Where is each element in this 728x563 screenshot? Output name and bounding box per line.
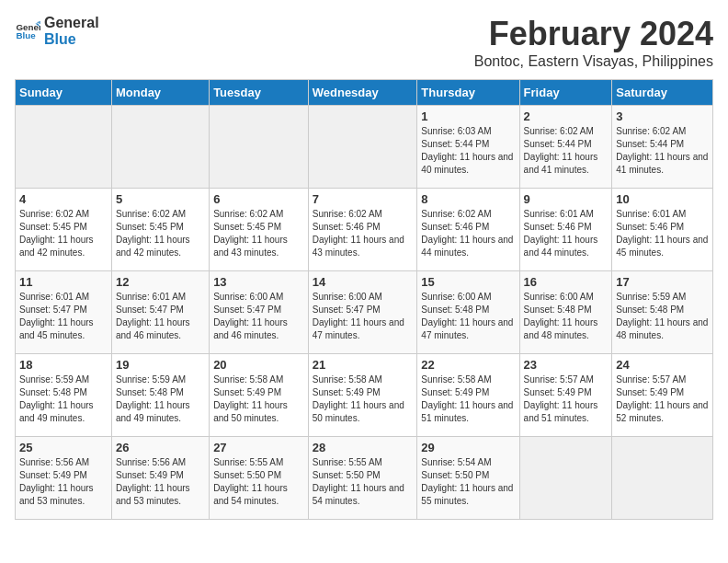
calendar-body: 1Sunrise: 6:03 AM Sunset: 5:44 PM Daylig… xyxy=(16,106,713,520)
calendar-cell: 12Sunrise: 6:01 AM Sunset: 5:47 PM Dayli… xyxy=(111,271,209,354)
day-number: 28 xyxy=(313,441,414,454)
day-number: 3 xyxy=(616,109,709,123)
calendar-cell: 4Sunrise: 6:02 AM Sunset: 5:45 PM Daylig… xyxy=(16,189,112,271)
day-info: Sunrise: 6:00 AM Sunset: 5:48 PM Dayligh… xyxy=(524,291,609,342)
header-sunday: Sunday xyxy=(16,80,112,106)
day-info: Sunrise: 6:02 AM Sunset: 5:45 PM Dayligh… xyxy=(116,208,205,259)
calendar-cell: 3Sunrise: 6:02 AM Sunset: 5:44 PM Daylig… xyxy=(612,106,713,189)
day-info: Sunrise: 6:03 AM Sunset: 5:44 PM Dayligh… xyxy=(421,125,515,177)
day-number: 11 xyxy=(19,275,108,289)
calendar-cell: 16Sunrise: 6:00 AM Sunset: 5:48 PM Dayli… xyxy=(519,271,612,354)
day-number: 7 xyxy=(313,192,414,206)
calendar-cell xyxy=(16,106,112,189)
day-info: Sunrise: 5:54 AM Sunset: 5:50 PM Dayligh… xyxy=(421,456,515,508)
day-info: Sunrise: 5:58 AM Sunset: 5:49 PM Dayligh… xyxy=(313,373,414,425)
calendar-header: Sunday Monday Tuesday Wednesday Thursday… xyxy=(16,80,713,106)
day-info: Sunrise: 6:01 AM Sunset: 5:47 PM Dayligh… xyxy=(116,291,205,342)
day-number: 2 xyxy=(524,109,609,123)
day-info: Sunrise: 6:02 AM Sunset: 5:45 PM Dayligh… xyxy=(19,208,108,259)
day-number: 16 xyxy=(524,275,609,289)
day-info: Sunrise: 6:01 AM Sunset: 5:46 PM Dayligh… xyxy=(616,208,709,259)
day-info: Sunrise: 6:01 AM Sunset: 5:47 PM Dayligh… xyxy=(19,291,108,342)
logo-blue: Blue xyxy=(44,31,99,48)
day-number: 12 xyxy=(116,275,205,289)
day-info: Sunrise: 6:02 AM Sunset: 5:46 PM Dayligh… xyxy=(421,208,515,259)
day-info: Sunrise: 6:00 AM Sunset: 5:47 PM Dayligh… xyxy=(313,291,414,342)
day-info: Sunrise: 6:00 AM Sunset: 5:47 PM Dayligh… xyxy=(213,291,304,342)
day-number: 14 xyxy=(313,275,414,289)
header-friday: Friday xyxy=(519,80,612,106)
day-number: 13 xyxy=(213,275,304,289)
day-number: 18 xyxy=(19,358,108,372)
calendar-cell: 21Sunrise: 5:58 AM Sunset: 5:49 PM Dayli… xyxy=(308,354,417,437)
calendar-cell: 20Sunrise: 5:58 AM Sunset: 5:49 PM Dayli… xyxy=(210,354,309,437)
day-info: Sunrise: 5:58 AM Sunset: 5:49 PM Dayligh… xyxy=(213,373,304,425)
calendar-cell: 27Sunrise: 5:55 AM Sunset: 5:50 PM Dayli… xyxy=(210,437,309,520)
calendar-cell: 24Sunrise: 5:57 AM Sunset: 5:49 PM Dayli… xyxy=(612,354,713,437)
calendar-cell: 18Sunrise: 5:59 AM Sunset: 5:48 PM Dayli… xyxy=(16,354,112,437)
header-thursday: Thursday xyxy=(417,80,519,106)
calendar-cell: 8Sunrise: 6:02 AM Sunset: 5:46 PM Daylig… xyxy=(417,189,519,271)
calendar-cell xyxy=(308,106,417,189)
day-number: 22 xyxy=(421,358,515,372)
calendar-cell xyxy=(519,437,612,520)
day-number: 26 xyxy=(116,441,205,454)
day-info: Sunrise: 6:00 AM Sunset: 5:48 PM Dayligh… xyxy=(421,291,515,342)
header-row: Sunday Monday Tuesday Wednesday Thursday… xyxy=(16,80,713,106)
day-info: Sunrise: 6:01 AM Sunset: 5:46 PM Dayligh… xyxy=(524,208,609,259)
calendar-cell: 13Sunrise: 6:00 AM Sunset: 5:47 PM Dayli… xyxy=(210,271,309,354)
day-info: Sunrise: 5:55 AM Sunset: 5:50 PM Dayligh… xyxy=(213,456,304,508)
calendar-cell: 5Sunrise: 6:02 AM Sunset: 5:45 PM Daylig… xyxy=(111,189,209,271)
day-number: 9 xyxy=(524,192,609,206)
day-number: 20 xyxy=(213,358,304,372)
calendar-cell: 23Sunrise: 5:57 AM Sunset: 5:49 PM Dayli… xyxy=(519,354,612,437)
calendar-cell: 9Sunrise: 6:01 AM Sunset: 5:46 PM Daylig… xyxy=(519,189,612,271)
day-number: 27 xyxy=(213,441,304,454)
day-info: Sunrise: 5:59 AM Sunset: 5:48 PM Dayligh… xyxy=(19,373,108,425)
day-number: 4 xyxy=(19,192,108,206)
calendar-cell: 17Sunrise: 5:59 AM Sunset: 5:48 PM Dayli… xyxy=(612,271,713,354)
calendar-table: Sunday Monday Tuesday Wednesday Thursday… xyxy=(15,79,713,520)
calendar-cell: 15Sunrise: 6:00 AM Sunset: 5:48 PM Dayli… xyxy=(417,271,519,354)
subtitle: Bontoc, Eastern Visayas, Philippines xyxy=(474,53,713,70)
calendar-cell: 25Sunrise: 5:56 AM Sunset: 5:49 PM Dayli… xyxy=(16,437,112,520)
calendar-cell: 1Sunrise: 6:03 AM Sunset: 5:44 PM Daylig… xyxy=(417,106,519,189)
title-block: February 2024 Bontoc, Eastern Visayas, P… xyxy=(474,15,713,70)
calendar-cell: 29Sunrise: 5:54 AM Sunset: 5:50 PM Dayli… xyxy=(417,437,519,520)
main-title: February 2024 xyxy=(474,15,713,53)
calendar-cell: 19Sunrise: 5:59 AM Sunset: 5:48 PM Dayli… xyxy=(111,354,209,437)
day-info: Sunrise: 5:56 AM Sunset: 5:49 PM Dayligh… xyxy=(19,456,108,508)
day-number: 23 xyxy=(524,358,609,372)
day-number: 5 xyxy=(116,192,205,206)
day-number: 29 xyxy=(421,441,515,454)
day-number: 1 xyxy=(421,109,515,123)
day-number: 17 xyxy=(616,275,709,289)
header-tuesday: Tuesday xyxy=(210,80,309,106)
calendar-week-1: 1Sunrise: 6:03 AM Sunset: 5:44 PM Daylig… xyxy=(16,106,713,189)
svg-text:Blue: Blue xyxy=(16,30,36,40)
calendar-week-3: 11Sunrise: 6:01 AM Sunset: 5:47 PM Dayli… xyxy=(16,271,713,354)
day-info: Sunrise: 6:02 AM Sunset: 5:45 PM Dayligh… xyxy=(213,208,304,259)
day-number: 24 xyxy=(616,358,709,372)
day-info: Sunrise: 5:55 AM Sunset: 5:50 PM Dayligh… xyxy=(313,456,414,508)
calendar-cell: 11Sunrise: 6:01 AM Sunset: 5:47 PM Dayli… xyxy=(16,271,112,354)
header-monday: Monday xyxy=(111,80,209,106)
day-number: 19 xyxy=(116,358,205,372)
day-number: 15 xyxy=(421,275,515,289)
calendar-cell: 6Sunrise: 6:02 AM Sunset: 5:45 PM Daylig… xyxy=(210,189,309,271)
calendar-week-2: 4Sunrise: 6:02 AM Sunset: 5:45 PM Daylig… xyxy=(16,189,713,271)
day-info: Sunrise: 5:57 AM Sunset: 5:49 PM Dayligh… xyxy=(616,373,709,425)
header-saturday: Saturday xyxy=(612,80,713,106)
day-info: Sunrise: 6:02 AM Sunset: 5:44 PM Dayligh… xyxy=(524,125,609,177)
day-number: 25 xyxy=(19,441,108,454)
day-number: 21 xyxy=(313,358,414,372)
day-info: Sunrise: 5:57 AM Sunset: 5:49 PM Dayligh… xyxy=(524,373,609,425)
calendar-cell: 10Sunrise: 6:01 AM Sunset: 5:46 PM Dayli… xyxy=(612,189,713,271)
calendar-cell xyxy=(612,437,713,520)
logo: General Blue General Blue xyxy=(15,15,99,47)
page-header: General Blue General Blue February 2024 … xyxy=(15,15,713,70)
logo-icon: General Blue xyxy=(15,18,40,44)
day-info: Sunrise: 5:58 AM Sunset: 5:49 PM Dayligh… xyxy=(421,373,515,425)
day-info: Sunrise: 6:02 AM Sunset: 5:46 PM Dayligh… xyxy=(313,208,414,259)
calendar-cell: 7Sunrise: 6:02 AM Sunset: 5:46 PM Daylig… xyxy=(308,189,417,271)
